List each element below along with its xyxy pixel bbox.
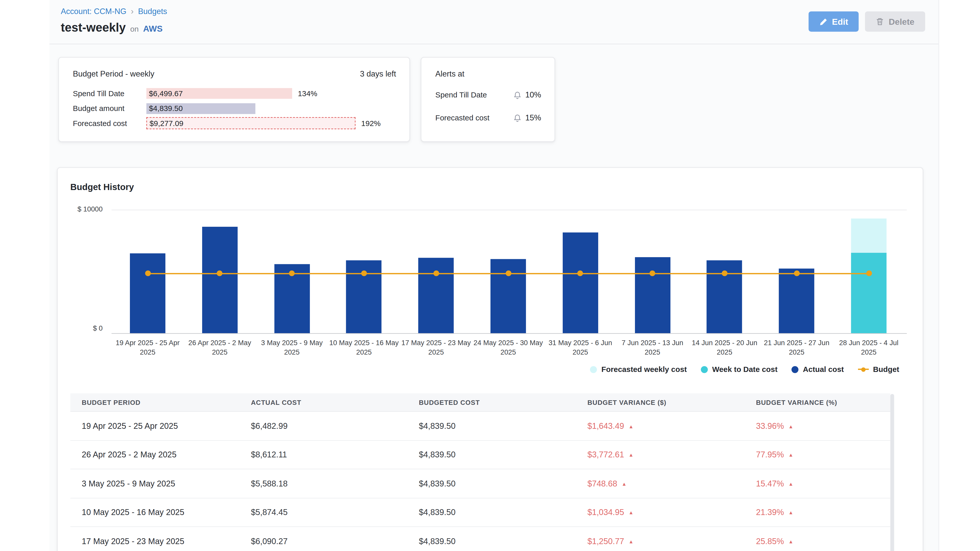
budget-period-rows: Spend Till Date $6,499.67 134% Budget am… — [73, 86, 396, 131]
trend-up-icon: ▲ — [788, 452, 794, 458]
perspective-link[interactable]: AWS — [143, 24, 162, 33]
actual-cost-bar[interactable] — [563, 232, 598, 333]
col-actual-cost: ACTUAL COST — [251, 399, 419, 406]
budgeted-cost-cell: $4,839.50 — [419, 450, 587, 459]
table-row: 17 May 2025 - 23 May 2025$6,090.27$4,839… — [70, 527, 891, 551]
budget-period-cell: 17 May 2025 - 23 May 2025 — [82, 536, 251, 546]
actual-cost-cell: $6,482.99 — [251, 421, 419, 430]
forecasted-cost-percent: 192% — [361, 119, 380, 128]
trend-up-icon: ▲ — [628, 424, 634, 429]
header-actions: Edit Delete — [808, 11, 925, 32]
alert-spend-threshold: 10% — [525, 91, 541, 100]
trend-up-icon: ▲ — [788, 510, 794, 516]
edit-button-label: Edit — [832, 17, 848, 26]
x-axis-labels: 19 Apr 2025 - 25 Apr 202526 Apr 2025 - 2… — [111, 338, 907, 365]
legend-label: Week to Date cost — [712, 365, 777, 374]
delete-button[interactable]: Delete — [865, 11, 925, 32]
budget-variance-usd-cell: $1,034.95▲ — [587, 508, 756, 517]
actual-cost-bar[interactable] — [130, 253, 165, 333]
spend-till-date-bar: $6,499.67 — [146, 88, 292, 99]
legend-item-actual-cost[interactable]: Actual cost — [791, 365, 844, 374]
page-title: test-weekly — [61, 21, 126, 35]
budget-history-title: Budget History — [70, 182, 134, 192]
budget-variance-pct-cell: 77.95%▲ — [756, 450, 890, 459]
legend-item-week-to-date-cost[interactable]: Week to Date cost — [701, 365, 778, 374]
x-axis-label: 31 May 2025 - 6 Jun 2025 — [545, 338, 616, 357]
breadcrumb: Account: CCM-NG › Budgets — [61, 6, 167, 16]
table-scrollbar[interactable] — [891, 394, 894, 551]
forecasted-cost-label: Forecasted cost — [73, 119, 146, 128]
col-budgeted-cost: BUDGETED COST — [419, 399, 587, 406]
budget-history-card: Budget History $ 10000 $ 0 19 Apr 2025 -… — [57, 167, 923, 551]
series-marker-icon — [701, 366, 708, 373]
trend-up-icon: ▲ — [628, 539, 634, 545]
actual-cost-bar[interactable] — [202, 227, 238, 333]
actual-cost-bar[interactable] — [418, 258, 454, 333]
budget-variance-usd-cell: $748.68▲ — [587, 479, 756, 488]
budget-line-marker-icon — [858, 368, 869, 370]
budget-amount-value: $4,839.50 — [149, 104, 183, 113]
summary-cards-row: Budget Period - weekly 3 days left Spend… — [58, 57, 555, 142]
series-marker-icon — [590, 366, 597, 373]
forecasted-weekly-cost-bar[interactable] — [851, 219, 886, 253]
budget-variance-pct-cell: 33.96%▲ — [756, 421, 890, 430]
budget-amount-bar: $4,839.50 — [146, 103, 256, 114]
title-row: test-weekly on AWS — [61, 21, 162, 35]
breadcrumb-budgets-link[interactable]: Budgets — [138, 6, 167, 16]
actual-cost-cell: $5,874.45 — [251, 508, 419, 517]
week-to-date-cost-bar[interactable] — [851, 253, 886, 333]
budgeted-cost-cell: $4,839.50 — [419, 421, 587, 430]
edit-button[interactable]: Edit — [808, 11, 859, 32]
trend-up-icon: ▲ — [622, 481, 627, 487]
x-axis-label: 24 May 2025 - 30 May 2025 — [473, 338, 544, 357]
legend-item-forecasted-weekly-cost[interactable]: Forecasted weekly cost — [590, 365, 687, 374]
breadcrumb-account-link[interactable]: Account: CCM-NG — [61, 6, 126, 16]
budget-period-cell: 19 Apr 2025 - 25 Apr 2025 — [82, 421, 251, 430]
legend-label: Actual cost — [803, 365, 844, 374]
col-budget-variance-usd: BUDGET VARIANCE ($) — [587, 399, 756, 406]
budget-variance-usd-cell: $1,643.49▲ — [587, 421, 756, 430]
pencil-icon — [819, 17, 827, 25]
spend-till-date-row: Spend Till Date $6,499.67 134% — [73, 86, 396, 101]
trend-up-icon: ▲ — [628, 510, 634, 516]
trend-up-icon: ▲ — [788, 424, 794, 429]
delete-button-label: Delete — [889, 17, 915, 26]
legend-label: Forecasted weekly cost — [601, 365, 687, 374]
x-axis-label: 3 May 2025 - 9 May 2025 — [256, 338, 328, 357]
forecasted-cost-value: $9,277.09 — [150, 119, 183, 128]
on-label: on — [130, 25, 138, 34]
actual-cost-bar[interactable] — [490, 259, 526, 333]
y-axis-label-max: $ 10000 — [58, 205, 103, 213]
budget-variance-pct-cell: 25.85%▲ — [756, 536, 890, 546]
trash-icon — [876, 17, 884, 26]
x-axis-label: 14 Jun 2025 - 20 Jun 2025 — [689, 338, 760, 357]
alert-forecast-label: Forecasted cost — [435, 113, 513, 122]
alert-spend-label: Spend Till Date — [435, 91, 513, 100]
budget-point[interactable] — [433, 271, 439, 276]
actual-cost-bar[interactable] — [635, 257, 670, 333]
forecasted-cost-bar: $9,277.09 — [146, 118, 355, 129]
table-header-row: BUDGET PERIOD ACTUAL COST BUDGETED COST … — [70, 393, 891, 412]
actual-cost-cell: $5,588.18 — [251, 479, 419, 488]
budget-history-table: BUDGET PERIOD ACTUAL COST BUDGETED COST … — [70, 393, 891, 551]
budget-point[interactable] — [722, 271, 727, 276]
budget-point[interactable] — [794, 271, 799, 276]
bell-icon — [513, 91, 522, 100]
budget-period-title: Budget Period - weekly — [73, 70, 154, 79]
budget-variance-usd-cell: $1,250.77▲ — [587, 536, 756, 546]
actual-cost-bar[interactable] — [779, 268, 815, 333]
trend-up-icon: ▲ — [628, 452, 634, 458]
trend-up-icon: ▲ — [788, 539, 794, 545]
x-axis-label: 28 Jun 2025 - 4 Jul 2025 — [833, 338, 904, 357]
budget-point[interactable] — [361, 271, 367, 276]
budget-period-card: Budget Period - weekly 3 days left Spend… — [58, 57, 410, 142]
breadcrumb-chevron-icon: › — [131, 6, 134, 16]
col-budget-variance-pct: BUDGET VARIANCE (%) — [756, 399, 890, 406]
alert-forecast-threshold: 15% — [525, 113, 541, 122]
days-left-label: 3 days left — [360, 70, 396, 79]
budget-variance-pct-cell: 21.39%▲ — [756, 508, 890, 517]
budget-variance-usd-cell: $3,772.61▲ — [587, 450, 756, 459]
forecasted-cost-row: Forecasted cost $9,277.09 192% — [73, 116, 396, 130]
legend-item-budget[interactable]: Budget — [858, 365, 899, 374]
budget-period-cell: 26 Apr 2025 - 2 May 2025 — [82, 450, 251, 459]
